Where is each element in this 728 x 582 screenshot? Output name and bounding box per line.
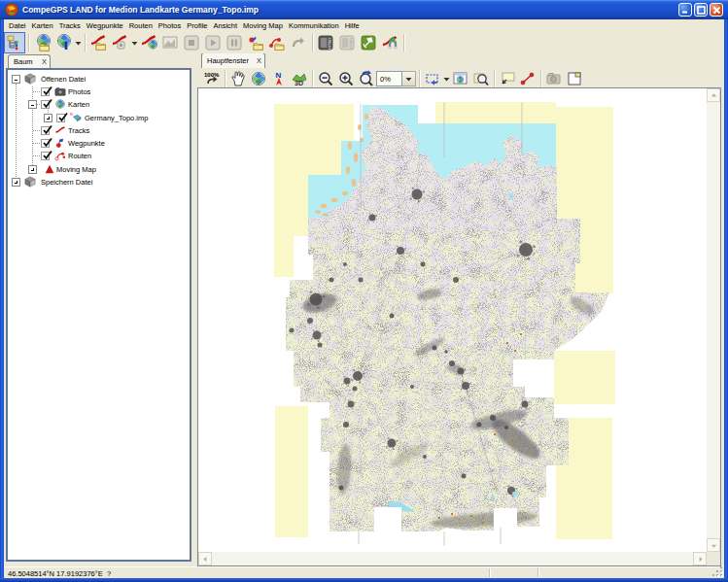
menu-item-wegpunkte[interactable]: Wegpunkte	[84, 21, 126, 30]
open-route-button[interactable]	[266, 32, 288, 53]
client-area: Baum X Öffenen DateiPhotosKartenRGermany…	[4, 53, 724, 566]
tree-item-germany-topo[interactable]: RGermany_Topo.imp	[8, 112, 190, 124]
menu-item-photos[interactable]: Photos	[156, 21, 184, 30]
track-globe-icon	[140, 34, 157, 51]
zoom-level-dropdown[interactable]	[402, 71, 416, 86]
menu-item-routen[interactable]: Routen	[126, 21, 156, 30]
measure-distance-button[interactable]	[517, 68, 537, 89]
status-coordinates: 46.5048514°N 17.9192376°E ?	[8, 569, 111, 578]
zoom-in-button[interactable]	[335, 68, 356, 89]
tree-expander-plus[interactable]	[28, 165, 37, 174]
menu-item-hilfe[interactable]: Hilfe	[342, 21, 363, 30]
menu-item-karten[interactable]: Karten	[29, 21, 56, 30]
track-on-map-button[interactable]	[138, 32, 159, 53]
main-window-tab-label: Hauptfenster	[207, 56, 249, 65]
menu-item-tracks[interactable]: Tracks	[56, 21, 84, 30]
tree-item-routes[interactable]: Routen	[8, 150, 190, 162]
tree-expander-minus[interactable]	[12, 75, 20, 84]
tree-checkbox[interactable]	[41, 126, 50, 135]
main-window-tab[interactable]: Hauptfenster X	[201, 52, 265, 68]
tree-checkbox[interactable]	[41, 152, 50, 160]
tree-view-button[interactable]	[4, 32, 25, 53]
undo-button[interactable]	[288, 32, 309, 53]
tree-item-open-files[interactable]: Öffenen Datei	[8, 73, 190, 86]
zoom-level-input[interactable]: 0%	[376, 71, 402, 86]
tree-checkbox[interactable]	[41, 100, 50, 109]
close-button[interactable]	[710, 3, 723, 17]
edit-map-button-dropdown[interactable]	[74, 32, 82, 53]
measure-icon	[519, 70, 537, 87]
tree-expander-minus[interactable]	[28, 100, 37, 109]
screenshot-button[interactable]	[543, 68, 564, 89]
tree-item-photos[interactable]: Photos	[8, 86, 190, 98]
svg-text:R: R	[70, 112, 73, 117]
map-window-button[interactable]	[450, 68, 470, 89]
tree-tab[interactable]: Baum X	[8, 54, 51, 68]
scroll-right-button[interactable]	[693, 552, 707, 565]
edit-map-button[interactable]	[52, 32, 74, 53]
maximize-button[interactable]	[694, 3, 708, 17]
pan-mode-button[interactable]	[227, 68, 248, 89]
zoom100-icon: 100%	[203, 70, 221, 87]
vertical-scrollbar[interactable]	[707, 88, 720, 552]
tree-item-label: Öffenen Datei	[41, 73, 86, 86]
tree-checkbox[interactable]	[41, 139, 50, 148]
zoom-out-button[interactable]	[315, 68, 335, 89]
tree-checkbox[interactable]	[41, 87, 50, 96]
pause-button[interactable]	[224, 32, 245, 53]
scroll-up-button[interactable]	[707, 88, 720, 102]
menu-item-datei[interactable]: Datei	[4, 21, 29, 30]
scroll-down-button[interactable]	[707, 538, 720, 552]
gps-status-button[interactable]	[358, 32, 379, 53]
map-canvas[interactable]	[198, 88, 707, 552]
tree-item-waypoints[interactable]: Wegpunkte	[8, 137, 190, 150]
zoom-redraw-button[interactable]	[356, 68, 376, 89]
activate-gps-track-button[interactable]	[379, 32, 400, 53]
menu-item-profile[interactable]: Profile	[184, 21, 210, 30]
zoom-100-button[interactable]: 100%	[201, 68, 222, 89]
menu-item-ansicht[interactable]: Ansicht	[210, 21, 240, 30]
info-mode-button[interactable]	[497, 68, 517, 89]
play-gray-icon	[204, 34, 222, 51]
tree-item-storage-files[interactable]: Speichern Datei	[8, 176, 190, 188]
map-overview-button[interactable]	[470, 68, 491, 89]
tree-item-tracks[interactable]: Tracks	[8, 124, 190, 137]
note-arrow-icon	[499, 70, 516, 87]
select-area-button[interactable]	[422, 68, 442, 89]
track-profile-button[interactable]	[159, 32, 181, 53]
application-window: CompeGPS LAND for Medion Landkarte Germa…	[0, 0, 728, 582]
tree-expander-plus[interactable]	[12, 178, 20, 187]
menu-item-kommunikation[interactable]: Kommunikation	[286, 21, 342, 30]
tree-tab-close-icon[interactable]: X	[42, 57, 50, 66]
new-window-button[interactable]	[564, 68, 584, 89]
stop-button[interactable]	[181, 32, 202, 53]
gps-connect-button[interactable]: GPS	[315, 32, 336, 53]
tree-checkbox[interactable]	[56, 114, 65, 122]
toolbar-separator	[400, 32, 406, 53]
tree-item-label: Germany_Topo.imp	[85, 112, 148, 124]
tree-expander-plus[interactable]	[44, 114, 52, 122]
map-toolbar: 100%N3D0%	[197, 68, 724, 89]
close-track-button-dropdown[interactable]	[130, 32, 138, 53]
gps-disconnect-button[interactable]: GPS	[336, 32, 358, 53]
menu-item-moving-map[interactable]: Moving Map	[240, 21, 286, 30]
tree-item-moving-map[interactable]: Moving Map	[8, 163, 190, 176]
minimize-button[interactable]	[678, 3, 692, 17]
track-close-icon	[111, 34, 128, 51]
open-waypoints-button[interactable]	[245, 32, 266, 53]
orient-north-button[interactable]: N	[268, 68, 289, 89]
horizontal-scrollbar[interactable]	[198, 552, 707, 565]
select-area-button-dropdown[interactable]	[442, 68, 450, 89]
view-3d-button[interactable]: 3D	[289, 68, 309, 89]
main-window-tab-close-icon[interactable]: X	[257, 56, 264, 65]
scroll-left-button[interactable]	[198, 552, 212, 565]
profile-gray-icon	[161, 34, 179, 51]
tree-item-maps[interactable]: Karten	[8, 98, 190, 111]
map-list-button[interactable]	[248, 68, 268, 89]
status-divider	[537, 568, 538, 577]
close-track-button[interactable]	[109, 32, 130, 53]
play-button[interactable]	[202, 32, 224, 53]
open-track-button[interactable]	[87, 32, 109, 53]
open-map-button[interactable]	[31, 32, 52, 53]
resize-grip[interactable]	[712, 566, 723, 577]
